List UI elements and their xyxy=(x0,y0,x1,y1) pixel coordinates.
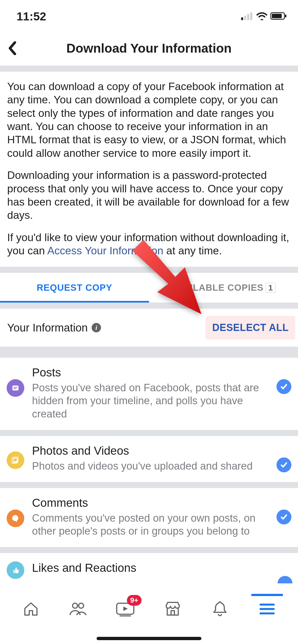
wifi-icon xyxy=(256,12,268,21)
info-item-likes[interactable]: Likes and Reactions xyxy=(0,553,298,580)
svg-rect-9 xyxy=(14,388,16,389)
svg-rect-3 xyxy=(250,12,252,20)
item-title: Comments xyxy=(32,496,269,510)
svg-point-14 xyxy=(79,603,84,608)
status-icons xyxy=(241,12,287,21)
svg-rect-1 xyxy=(244,16,246,20)
divider xyxy=(0,547,298,553)
checkmark-icon[interactable] xyxy=(276,379,291,394)
status-time: 11:52 xyxy=(17,10,46,23)
divider xyxy=(0,347,298,358)
page-title: Download Your Information xyxy=(8,41,290,56)
home-icon xyxy=(22,600,40,618)
your-information-header: Your Information i DESELECT ALL xyxy=(0,309,298,347)
checkmark-icon[interactable] xyxy=(276,457,291,472)
cellular-icon xyxy=(241,12,253,21)
svg-rect-5 xyxy=(272,14,282,18)
posts-icon xyxy=(7,379,24,397)
item-desc: Comments you've posted on your own posts… xyxy=(32,512,269,538)
svg-rect-7 xyxy=(12,386,18,390)
svg-rect-0 xyxy=(241,17,243,20)
svg-point-12 xyxy=(13,459,14,460)
checkmark-icon[interactable] xyxy=(276,510,291,524)
item-title: Likes and Reactions xyxy=(32,561,291,575)
item-desc: Photos and videos you've uploaded and sh… xyxy=(32,460,269,473)
info-item-posts[interactable]: Posts Posts you've shared on Facebook, p… xyxy=(0,358,298,430)
available-copies-count: 1 xyxy=(266,283,276,293)
likes-icon xyxy=(7,561,24,579)
divider xyxy=(0,267,298,273)
svg-rect-2 xyxy=(247,14,249,20)
section-title: Your Information xyxy=(7,322,88,334)
status-bar: 11:52 xyxy=(0,0,298,33)
comments-icon xyxy=(7,510,24,527)
description-p1: You can download a copy of your Facebook… xyxy=(7,80,291,160)
divider xyxy=(0,430,298,436)
tab-menu[interactable] xyxy=(257,599,277,619)
menu-icon xyxy=(259,602,275,616)
description-p2: Downloading your information is a passwo… xyxy=(7,169,291,222)
tab-watch[interactable]: 9+ xyxy=(115,599,135,619)
divider xyxy=(0,482,298,488)
tab-request-copy[interactable]: REQUEST COPY xyxy=(0,273,149,303)
home-indicator xyxy=(97,637,201,640)
marketplace-icon xyxy=(164,601,182,617)
svg-rect-8 xyxy=(14,387,17,388)
tab-marketplace[interactable] xyxy=(163,599,183,619)
tab-home[interactable] xyxy=(21,599,41,619)
bottom-tabbar: 9+ xyxy=(0,590,298,627)
info-icon[interactable]: i xyxy=(92,323,101,332)
item-title: Photos and Videos xyxy=(32,444,269,457)
divider xyxy=(0,303,298,309)
svg-point-13 xyxy=(73,603,78,608)
info-item-comments[interactable]: Comments Comments you've posted on your … xyxy=(0,488,298,547)
item-title: Posts xyxy=(32,366,269,379)
item-desc: Posts you've shared on Facebook, posts t… xyxy=(32,381,269,420)
access-info-link[interactable]: Access Your Information xyxy=(47,245,163,257)
divider xyxy=(0,66,298,72)
friends-icon xyxy=(68,601,88,617)
description-p3: If you'd like to view your information w… xyxy=(7,231,291,258)
tab-notifications[interactable] xyxy=(210,599,230,619)
tab-friends[interactable] xyxy=(68,599,88,619)
battery-icon xyxy=(270,12,287,21)
photos-icon xyxy=(7,451,24,469)
info-item-photos[interactable]: Photos and Videos Photos and videos you'… xyxy=(0,436,298,482)
bell-icon xyxy=(212,600,228,618)
tab-available-copies[interactable]: AVAILABLE COPIES 1 xyxy=(149,273,298,303)
page-header: Download Your Information xyxy=(0,33,298,66)
description-box: You can download a copy of your Facebook… xyxy=(0,72,298,267)
svg-rect-6 xyxy=(285,15,286,17)
deselect-all-button[interactable]: DESELECT ALL xyxy=(206,316,295,339)
watch-badge: 9+ xyxy=(127,595,142,606)
copy-tabs: REQUEST COPY AVAILABLE COPIES 1 xyxy=(0,273,298,303)
